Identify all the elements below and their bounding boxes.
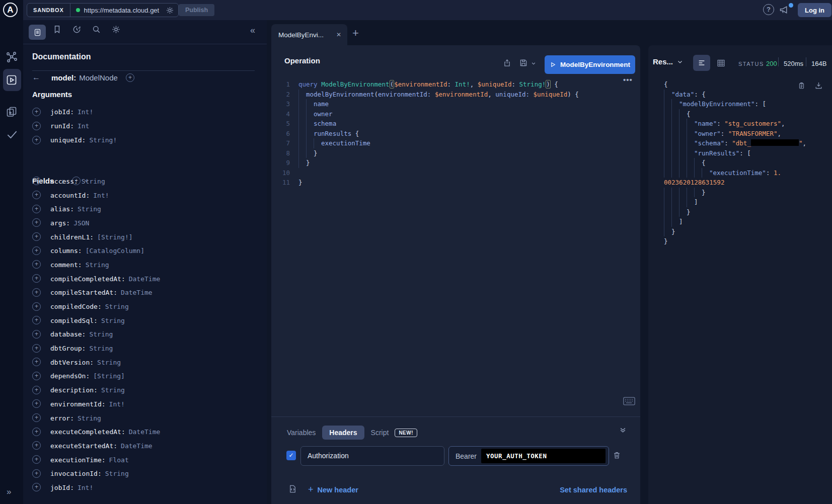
login-button[interactable]: Log in bbox=[798, 3, 831, 17]
bookmark-icon[interactable] bbox=[52, 25, 62, 34]
add-to-query-icon[interactable]: + bbox=[32, 316, 41, 324]
field-name[interactable]: comment: bbox=[50, 261, 82, 269]
field-name[interactable]: jobId: bbox=[50, 484, 74, 491]
field-name[interactable]: compileStartedAt: bbox=[50, 289, 117, 296]
add-to-query-icon[interactable]: + bbox=[32, 455, 41, 464]
field-name[interactable]: executionTime: bbox=[50, 456, 106, 464]
field-name[interactable]: compiledSql: bbox=[50, 317, 98, 324]
field-name[interactable]: invocationId: bbox=[50, 470, 102, 477]
field-name[interactable]: childrenL1: bbox=[50, 233, 94, 241]
response-json[interactable]: {"data": {"modelByEnvironment": [{"name"… bbox=[664, 79, 830, 246]
field-type[interactable]: JSON bbox=[73, 219, 89, 227]
field-name[interactable]: environmentId: bbox=[50, 400, 106, 408]
add-to-query-icon[interactable]: + bbox=[32, 274, 41, 283]
field-type[interactable]: String bbox=[105, 303, 129, 310]
header-value-input[interactable]: Bearer YOUR_AUTH_TOKEN bbox=[448, 446, 609, 466]
argument-name[interactable]: jobId: bbox=[50, 108, 74, 116]
field-type[interactable]: Int! bbox=[93, 192, 109, 199]
field-name[interactable]: description: bbox=[50, 386, 98, 394]
field-name[interactable]: args: bbox=[50, 219, 70, 227]
add-to-query-icon[interactable]: + bbox=[32, 483, 41, 491]
field-type[interactable]: String bbox=[86, 261, 109, 269]
search-icon[interactable] bbox=[92, 25, 101, 34]
raw-view-toggle-icon[interactable] bbox=[693, 55, 710, 71]
query-editor[interactable]: 1query ModelByEnvironment($environmentId… bbox=[272, 79, 636, 188]
new-tab-icon[interactable]: + bbox=[352, 27, 359, 40]
field-type[interactable]: String bbox=[89, 330, 113, 338]
field-type[interactable]: Int! bbox=[109, 400, 125, 408]
argument-type[interactable]: String! bbox=[89, 136, 117, 144]
field-type[interactable]: String bbox=[101, 317, 125, 324]
argument-name[interactable]: uniqueId: bbox=[50, 136, 86, 144]
help-icon[interactable]: ? bbox=[763, 4, 774, 15]
argument-type[interactable]: Int bbox=[78, 122, 89, 130]
new-header-button[interactable]: + New header bbox=[308, 484, 358, 495]
field-name[interactable]: database: bbox=[50, 330, 86, 338]
history-icon[interactable] bbox=[72, 25, 82, 34]
add-to-query-icon[interactable]: + bbox=[32, 428, 41, 436]
field-name[interactable]: executeStartedAt: bbox=[50, 442, 117, 450]
documentation-tab-icon[interactable] bbox=[29, 25, 46, 40]
field-name[interactable]: alias: bbox=[50, 205, 74, 213]
add-to-query-icon[interactable]: + bbox=[32, 191, 41, 199]
share-operation-icon[interactable] bbox=[503, 58, 511, 68]
field-type[interactable]: [String] bbox=[93, 372, 125, 380]
add-to-query-icon[interactable]: + bbox=[32, 441, 41, 450]
argument-name[interactable]: runId: bbox=[50, 122, 74, 130]
argument-type[interactable]: Int! bbox=[78, 108, 93, 116]
collapse-panel-icon[interactable]: « bbox=[250, 25, 255, 36]
operation-tab[interactable]: ModelByEnvi... ✕ bbox=[271, 24, 347, 45]
add-to-query-icon[interactable]: + bbox=[32, 232, 41, 241]
expand-rail-icon[interactable]: » bbox=[7, 487, 11, 497]
add-to-query-icon[interactable]: + bbox=[126, 73, 134, 82]
apollo-logo[interactable]: A bbox=[3, 3, 18, 17]
delete-header-trash-icon[interactable] bbox=[613, 451, 621, 460]
add-to-query-icon[interactable]: + bbox=[32, 260, 41, 269]
field-type[interactable]: [CatalogColumn] bbox=[86, 247, 144, 255]
field-type[interactable]: DateTime bbox=[129, 428, 161, 436]
field-type[interactable]: String bbox=[97, 359, 121, 366]
collections-icon[interactable] bbox=[6, 106, 18, 118]
field-name[interactable]: accountId: bbox=[50, 192, 90, 199]
add-to-query-icon[interactable]: + bbox=[32, 205, 41, 213]
field-type[interactable]: String bbox=[105, 470, 129, 477]
field-type[interactable]: String bbox=[78, 414, 101, 422]
checks-icon[interactable] bbox=[6, 128, 19, 141]
add-to-query-icon[interactable]: + bbox=[32, 358, 41, 366]
tab-script[interactable]: Script bbox=[371, 429, 389, 437]
field-name[interactable]: executeCompletedAt: bbox=[50, 428, 125, 436]
endpoint-settings-gear-icon[interactable] bbox=[166, 6, 174, 15]
add-to-query-icon[interactable]: + bbox=[32, 344, 41, 353]
add-to-query-icon[interactable]: + bbox=[32, 386, 41, 394]
breadcrumb-type[interactable]: ModelNode bbox=[79, 73, 118, 82]
field-type[interactable]: DateTime bbox=[121, 289, 153, 296]
environment-variables-icon[interactable] bbox=[288, 484, 297, 494]
explorer-icon[interactable] bbox=[6, 74, 18, 86]
auth-token-placeholder[interactable]: YOUR_AUTH_TOKEN bbox=[481, 449, 606, 463]
field-type[interactable]: String bbox=[78, 205, 101, 213]
table-view-toggle-icon[interactable] bbox=[716, 58, 726, 68]
save-options-chevron-icon[interactable] bbox=[531, 61, 536, 66]
add-to-query-icon[interactable]: + bbox=[32, 246, 41, 255]
add-to-query-icon[interactable]: + bbox=[32, 413, 41, 422]
set-shared-headers-link[interactable]: Set shared headers bbox=[560, 486, 627, 494]
field-type[interactable]: String bbox=[82, 178, 105, 185]
schema-graph-icon[interactable] bbox=[6, 51, 18, 63]
close-tab-icon[interactable]: ✕ bbox=[336, 31, 341, 38]
field-name[interactable]: access: bbox=[50, 178, 78, 185]
add-to-query-icon[interactable]: + bbox=[32, 108, 41, 116]
field-name[interactable]: columns: bbox=[50, 247, 82, 255]
field-type[interactable]: String bbox=[101, 386, 125, 394]
endpoint-url-input[interactable]: https://metadata.cloud.get bbox=[84, 7, 164, 14]
field-type[interactable]: Float bbox=[109, 456, 129, 464]
header-enabled-checkbox[interactable]: ✓ bbox=[286, 451, 296, 460]
tab-headers[interactable]: Headers bbox=[322, 426, 364, 440]
field-type[interactable]: DateTime bbox=[129, 275, 161, 283]
add-to-query-icon[interactable]: + bbox=[32, 372, 41, 380]
add-to-query-icon[interactable]: + bbox=[32, 330, 41, 339]
add-to-query-icon[interactable]: + bbox=[32, 122, 41, 130]
add-to-query-icon[interactable]: + bbox=[32, 177, 41, 185]
run-operation-button[interactable]: ModelByEnvironment bbox=[545, 55, 635, 74]
add-to-query-icon[interactable]: + bbox=[32, 218, 41, 227]
announcements-megaphone-icon[interactable] bbox=[779, 5, 789, 15]
